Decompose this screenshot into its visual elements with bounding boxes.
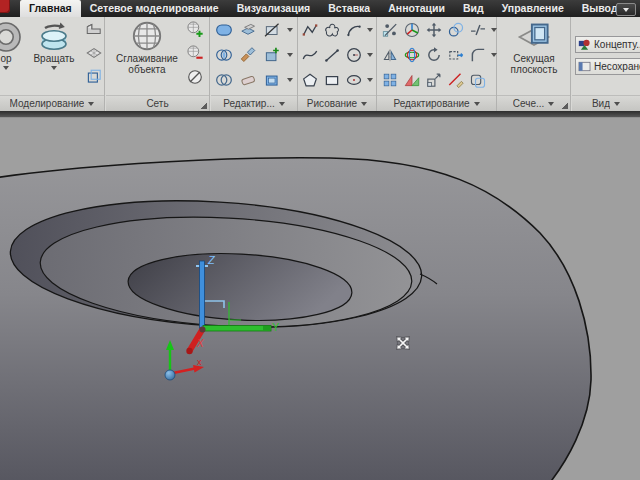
panel-label: Вид bbox=[592, 98, 610, 109]
trim-button[interactable] bbox=[447, 71, 465, 89]
move-button[interactable] bbox=[425, 21, 443, 39]
panel-label: Редактир... bbox=[223, 98, 275, 109]
union-button[interactable] bbox=[215, 21, 233, 39]
interfere-button[interactable] bbox=[215, 71, 233, 89]
tab-2[interactable]: Визуализация bbox=[228, 0, 320, 17]
panel-strip-modeling[interactable]: Моделирование bbox=[0, 95, 104, 111]
gizmo-y-axis[interactable] bbox=[203, 326, 271, 332]
panel-strip-mesh[interactable]: Сеть bbox=[106, 95, 209, 111]
rotate-button[interactable] bbox=[425, 46, 443, 64]
tab-5[interactable]: Вид bbox=[454, 0, 493, 17]
gizmo-x-axis-tip bbox=[186, 348, 192, 354]
array-button[interactable] bbox=[381, 71, 399, 89]
break-button[interactable] bbox=[469, 21, 487, 39]
torus-button[interactable]: ор bbox=[0, 21, 28, 70]
smooth-object-button[interactable]: Сглаживание объекта bbox=[112, 19, 182, 75]
tab-3[interactable]: Вставка bbox=[319, 0, 379, 17]
chevron-down-icon[interactable] bbox=[367, 78, 373, 82]
panel-strip-solid-edit[interactable]: Редактир... bbox=[211, 95, 297, 111]
mesh-no-smooth-button[interactable] bbox=[186, 68, 204, 86]
viewport-canvas[interactable]: Z Y X x bbox=[0, 118, 640, 480]
ribbon-state-button[interactable] bbox=[616, 3, 636, 16]
clean-button[interactable] bbox=[239, 71, 257, 89]
extrude-faces-button[interactable] bbox=[239, 46, 257, 64]
panel-modeling: ор Вращать Моделирование bbox=[0, 17, 105, 111]
divide-button[interactable] bbox=[381, 21, 399, 39]
panel-mesh: Сглаживание объекта Сеть bbox=[106, 17, 210, 111]
arc-button[interactable] bbox=[345, 21, 363, 39]
tab-1[interactable]: Сетевое моделирование bbox=[81, 0, 228, 17]
gizmo-y-axis-tip bbox=[263, 326, 271, 331]
mesh-sphere-icon bbox=[128, 19, 166, 53]
offset-button[interactable] bbox=[469, 71, 487, 89]
polysolid-button[interactable] bbox=[85, 20, 103, 38]
chevron-down-icon bbox=[88, 102, 94, 106]
polyline-button[interactable] bbox=[301, 21, 319, 39]
panel-label: Редактирование bbox=[393, 98, 469, 109]
thicken-button[interactable] bbox=[263, 46, 281, 64]
chevron-down-icon bbox=[614, 102, 620, 106]
align-button[interactable] bbox=[403, 71, 421, 89]
chevron-down-icon[interactable] bbox=[287, 78, 293, 82]
revolve-button[interactable]: Вращать bbox=[26, 21, 82, 70]
ribbon-bottom-border bbox=[0, 111, 640, 118]
chevron-down-icon bbox=[3, 66, 9, 70]
panel-solid-edit: Редактир... bbox=[211, 17, 298, 111]
3d-rotate-button[interactable] bbox=[403, 46, 421, 64]
panel-strip-modify[interactable]: Редактирование bbox=[377, 95, 496, 111]
panel-view: Концепту... Несохранен Вид bbox=[572, 17, 640, 111]
panel-strip-draw[interactable]: Рисование bbox=[298, 95, 376, 111]
stretch-button[interactable] bbox=[447, 46, 465, 64]
spline-button[interactable] bbox=[301, 46, 319, 64]
panel-expander-icon[interactable] bbox=[200, 102, 207, 109]
tab-6[interactable]: Управление bbox=[493, 0, 573, 17]
copy-button[interactable] bbox=[447, 21, 465, 39]
extract-edges-button[interactable] bbox=[85, 68, 103, 86]
ellipse-button[interactable] bbox=[345, 71, 363, 89]
panel-strip-view[interactable]: Вид bbox=[572, 95, 640, 111]
tab-0[interactable]: Главная bbox=[20, 0, 81, 17]
section-plane-button[interactable]: Секущая плоскость bbox=[503, 19, 565, 75]
panel-label: Сеть bbox=[146, 98, 168, 109]
subtract-button[interactable] bbox=[239, 21, 257, 39]
planar-surface-button[interactable] bbox=[85, 44, 103, 62]
3d-move-gizmo-button[interactable] bbox=[403, 21, 421, 39]
panel-strip-section[interactable]: Сече... bbox=[497, 95, 570, 111]
section-plane-label-1: Секущая bbox=[513, 53, 554, 64]
tab-list: ГлавнаяСетевое моделированиеВизуализация… bbox=[20, 0, 627, 17]
mirror-button[interactable] bbox=[381, 46, 399, 64]
line-button[interactable] bbox=[323, 46, 341, 64]
panel-expander-icon[interactable] bbox=[561, 102, 568, 109]
chevron-down-icon[interactable] bbox=[367, 53, 373, 57]
named-view-dropdown[interactable]: Несохранен bbox=[575, 58, 640, 75]
convert-to-solid-button[interactable] bbox=[263, 71, 281, 89]
chevron-down-icon bbox=[361, 102, 367, 106]
gizmo-z-axis[interactable] bbox=[200, 261, 205, 330]
revision-cloud-button[interactable] bbox=[323, 21, 341, 39]
mesh-reduce-button[interactable] bbox=[186, 44, 204, 62]
panel-label: Рисование bbox=[307, 98, 357, 109]
ribbon: ор Вращать Моделирование Сглаживание объ… bbox=[0, 17, 640, 111]
intersect-button[interactable] bbox=[215, 46, 233, 64]
revolve-button-label: Вращать bbox=[33, 53, 74, 64]
rectangle-button[interactable] bbox=[323, 71, 341, 89]
visual-style-dropdown[interactable]: Концепту... bbox=[575, 36, 640, 53]
chevron-down-icon bbox=[279, 102, 285, 106]
polygon-button[interactable] bbox=[301, 71, 319, 89]
circle-button[interactable] bbox=[345, 46, 363, 64]
fillet-button[interactable] bbox=[469, 46, 487, 64]
mesh-refine-button[interactable] bbox=[186, 20, 204, 38]
app-logo-fragment[interactable] bbox=[0, 0, 10, 13]
slice-button[interactable] bbox=[263, 21, 281, 39]
tab-4[interactable]: Аннотации bbox=[379, 0, 454, 17]
named-view-value: Несохранен bbox=[594, 61, 640, 72]
section-plane-label-2: плоскость bbox=[511, 64, 558, 75]
chevron-down-icon[interactable] bbox=[287, 28, 293, 32]
panel-modify: Редактирование bbox=[377, 17, 497, 111]
ucs-origin-ball bbox=[165, 370, 175, 380]
chevron-down-icon[interactable] bbox=[287, 53, 293, 57]
gizmo-origin[interactable] bbox=[200, 327, 206, 333]
chevron-down-icon[interactable] bbox=[367, 28, 373, 32]
scale-button[interactable] bbox=[425, 71, 443, 89]
torus-solid[interactable] bbox=[0, 158, 591, 480]
